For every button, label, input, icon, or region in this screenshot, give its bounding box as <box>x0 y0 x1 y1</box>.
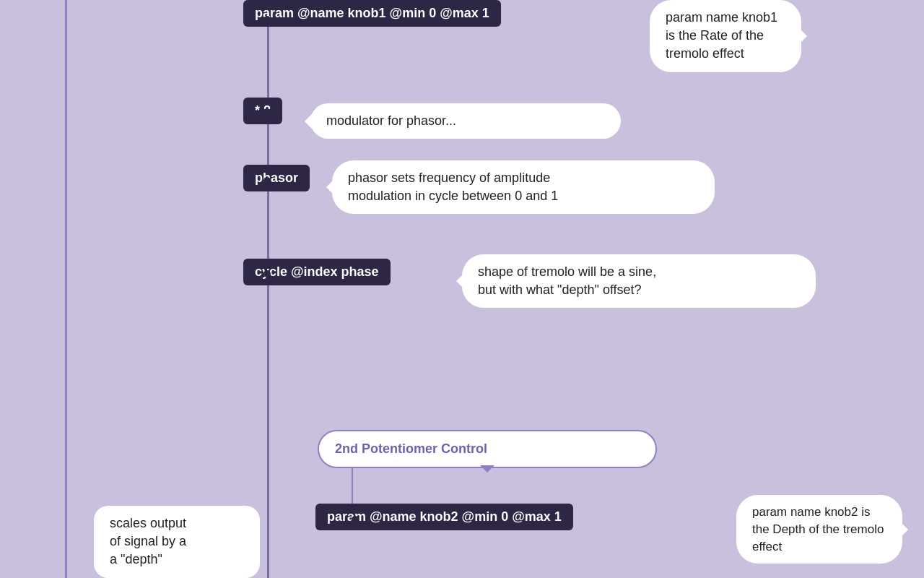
bubble-phasor-line2: modulation in cycle between 0 and 1 <box>348 189 558 203</box>
bubble-phasor: phasor sets frequency of amplitude modul… <box>332 160 715 214</box>
bubble-modulator: modulator for phasor... <box>310 103 621 139</box>
node-phasor: phasor <box>243 165 310 191</box>
bubble-phasor-line1: phasor sets frequency of amplitude <box>348 171 550 185</box>
bubble-scales: scales output of signal by a a "depth" <box>94 506 260 578</box>
bubble-knob2-tooltip: param name knob2 is the Depth of the tre… <box>736 495 902 564</box>
bubble-knob1-tooltip: param name knob1 is the Rate of the trem… <box>650 0 801 72</box>
bubble-potentiometer-text: 2nd Potentiomer Control <box>335 441 487 456</box>
dot-times8 <box>263 108 271 116</box>
bubble-knob2-text: param name knob2 is the Depth of the tre… <box>752 505 884 553</box>
bubble-cycle: shape of tremolo will be a sine, but wit… <box>462 254 816 308</box>
bubble-cycle-line2: but with what "depth" offset? <box>478 282 642 297</box>
node-knob1: param @name knob1 @min 0 @max 1 <box>243 0 501 27</box>
bubble-modulator-text: modulator for phasor... <box>326 113 456 128</box>
dot-phasor <box>263 177 271 184</box>
node-times8: * 8 <box>243 98 282 124</box>
bubble-potentiometer: 2nd Potentiomer Control <box>318 430 657 468</box>
bubble-scales-line1: scales output <box>110 516 186 530</box>
left-sidebar-line <box>65 0 67 578</box>
connect-potentiometer-knob2 <box>352 468 353 504</box>
bubble-knob1-text: param name knob1 is the Rate of the trem… <box>666 10 777 61</box>
dot-knob2 <box>352 516 359 523</box>
dot-cycle <box>263 270 271 277</box>
bubble-scales-line3: a "depth" <box>110 552 162 566</box>
bubble-cycle-line1: shape of tremolo will be a sine, <box>478 264 656 279</box>
dot-knob1 <box>263 16 271 23</box>
main-vertical-line <box>267 0 269 578</box>
bubble-scales-line2: of signal by a <box>110 534 186 548</box>
